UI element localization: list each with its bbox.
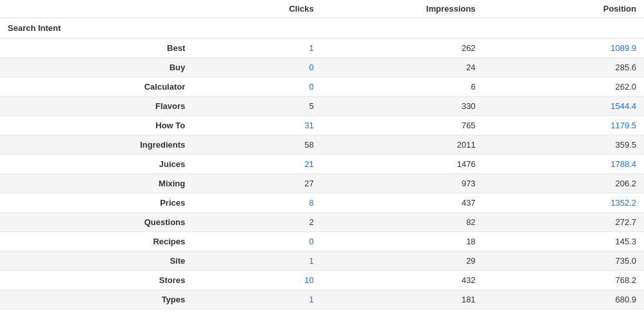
cell-label: Buy <box>0 58 193 77</box>
cell-clicks: 31 <box>193 116 322 135</box>
cell-label: Site <box>0 251 193 271</box>
cell-clicks: 0 <box>193 58 322 77</box>
cell-position: 1179.5 <box>483 116 644 135</box>
cell-clicks: 58 <box>193 135 322 155</box>
cell-label: Best <box>0 39 193 58</box>
cell-clicks: 0 <box>193 77 322 97</box>
cell-clicks: 1 <box>193 290 322 309</box>
cell-position: 145.3 <box>483 232 644 251</box>
table-row: Best12621089.9 <box>0 39 644 58</box>
cell-impressions: 181 <box>322 290 483 309</box>
col-header-clicks[interactable]: Clicks <box>193 0 322 18</box>
cell-label: Recipes <box>0 232 193 251</box>
table-row: Ingredients582011359.5 <box>0 135 644 155</box>
cell-position: 359.5 <box>483 135 644 155</box>
cell-impressions: 765 <box>322 116 483 135</box>
cell-label: Stores <box>0 271 193 290</box>
cell-position: 272.7 <box>483 213 644 232</box>
cell-clicks: 0 <box>193 232 322 251</box>
table-row: Juices2114761788.4 <box>0 155 644 174</box>
table-row: Prices84371352.2 <box>0 193 644 213</box>
cell-impressions: 2011 <box>322 135 483 155</box>
cell-clicks: 27 <box>193 174 322 193</box>
cell-impressions: 29 <box>322 251 483 271</box>
data-table: Clicks Impressions Position Search Inten… <box>0 0 644 309</box>
col-header-position[interactable]: Position <box>483 0 644 18</box>
cell-label: Mixing <box>0 174 193 193</box>
cell-clicks: 5 <box>193 97 322 116</box>
cell-impressions: 330 <box>322 97 483 116</box>
cell-impressions: 262 <box>322 39 483 58</box>
cell-clicks: 10 <box>193 271 322 290</box>
table-row: Types1181680.9 <box>0 290 644 309</box>
table-row: Site129735.0 <box>0 251 644 271</box>
table-container: Clicks Impressions Position Search Inten… <box>0 0 644 309</box>
col-header-label <box>0 0 193 18</box>
cell-label: Questions <box>0 213 193 232</box>
cell-impressions: 82 <box>322 213 483 232</box>
cell-impressions: 6 <box>322 77 483 97</box>
header-row: Clicks Impressions Position <box>0 0 644 18</box>
cell-position: 735.0 <box>483 251 644 271</box>
cell-impressions: 432 <box>322 271 483 290</box>
cell-position: 1788.4 <box>483 155 644 174</box>
cell-clicks: 8 <box>193 193 322 213</box>
cell-position: 1544.4 <box>483 97 644 116</box>
cell-impressions: 24 <box>322 58 483 77</box>
table-row: How To317651179.5 <box>0 116 644 135</box>
table-body: Search Intent Best12621089.9Buy024285.6C… <box>0 18 644 309</box>
group-header-label: Search Intent <box>0 18 644 39</box>
cell-position: 1352.2 <box>483 193 644 213</box>
cell-label: Prices <box>0 193 193 213</box>
table-row: Questions282272.7 <box>0 213 644 232</box>
cell-clicks: 21 <box>193 155 322 174</box>
table-row: Stores10432768.2 <box>0 271 644 290</box>
table-row: Calculator06262.0 <box>0 77 644 97</box>
cell-position: 285.6 <box>483 58 644 77</box>
cell-clicks: 2 <box>193 213 322 232</box>
table-row: Mixing27973206.2 <box>0 174 644 193</box>
col-header-impressions[interactable]: Impressions <box>322 0 483 18</box>
cell-impressions: 1476 <box>322 155 483 174</box>
cell-impressions: 18 <box>322 232 483 251</box>
group-header-row: Search Intent <box>0 18 644 39</box>
cell-position: 262.0 <box>483 77 644 97</box>
table-row: Recipes018145.3 <box>0 232 644 251</box>
cell-clicks: 1 <box>193 251 322 271</box>
cell-impressions: 973 <box>322 174 483 193</box>
cell-position: 768.2 <box>483 271 644 290</box>
cell-impressions: 437 <box>322 193 483 213</box>
cell-label: Juices <box>0 155 193 174</box>
cell-label: Flavors <box>0 97 193 116</box>
cell-position: 206.2 <box>483 174 644 193</box>
cell-label: Types <box>0 290 193 309</box>
cell-clicks: 1 <box>193 39 322 58</box>
cell-position: 680.9 <box>483 290 644 309</box>
cell-label: Ingredients <box>0 135 193 155</box>
table-row: Flavors53301544.4 <box>0 97 644 116</box>
cell-label: Calculator <box>0 77 193 97</box>
cell-label: How To <box>0 116 193 135</box>
table-row: Buy024285.6 <box>0 58 644 77</box>
cell-position: 1089.9 <box>483 39 644 58</box>
